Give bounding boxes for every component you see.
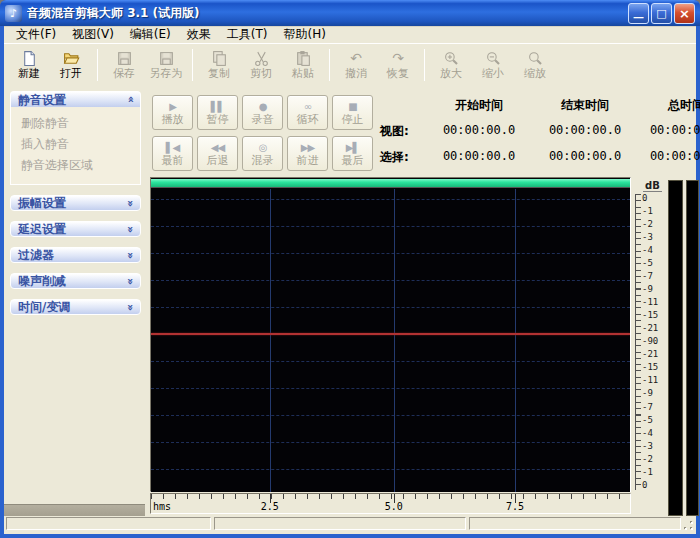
sidebar-item-1[interactable]: 插入静音	[21, 134, 140, 155]
zoom-icon	[527, 50, 544, 67]
minimize-button[interactable]: —	[628, 3, 649, 24]
sidebar-panel-header-3[interactable]: 过滤器»	[10, 247, 141, 263]
sidebar: 静音设置»删除静音插入静音静音选择区域振幅设置»延迟设置»过滤器»噪声削减»时间…	[6, 87, 145, 519]
sidebar-item-0[interactable]: 删除静音	[21, 113, 140, 134]
sidebar-panel-title: 时间/变调	[18, 299, 124, 315]
record-button[interactable]: ●录音	[242, 95, 283, 130]
toolbar-button-label: 新建	[18, 67, 40, 80]
db-label-12: -21	[642, 350, 666, 359]
chevron-down-icon[interactable]: »	[124, 301, 137, 314]
copy-button: 复制	[199, 46, 239, 84]
forward-button[interactable]: ▶▶前进	[287, 136, 328, 171]
zoom-out-icon	[485, 50, 502, 67]
pause-icon: ▌▌	[211, 100, 224, 113]
time-ruler[interactable]: hms 2.55.07.5	[150, 493, 631, 514]
chevron-down-icon[interactable]: »	[124, 249, 137, 262]
chevron-down-icon[interactable]: »	[124, 197, 137, 210]
db-label-6: -7	[642, 272, 666, 281]
mix-record-button[interactable]: ◎混录	[242, 136, 283, 171]
grid-line-horizontal	[151, 199, 630, 200]
db-label-22: 0	[642, 481, 666, 490]
level-meter-left	[668, 180, 683, 516]
sidebar-panel-1: 振幅设置»	[10, 195, 141, 211]
time-value: 00:00:00.0	[426, 149, 532, 166]
stop-button[interactable]: ■停止	[332, 95, 373, 130]
sidebar-item-2[interactable]: 静音选择区域	[21, 155, 140, 176]
sidebar-panel-header-2[interactable]: 延迟设置»	[10, 221, 141, 237]
grid-line-vertical	[515, 189, 516, 492]
pause-button[interactable]: ▌▌暂停	[197, 95, 238, 130]
window-body: 文件(F)视图(V)编辑(E)效果工具(T)帮助(H) 新建打开保存另存为复制剪…	[4, 26, 696, 534]
maximize-button[interactable]: □	[651, 3, 672, 24]
db-label-13: -15	[642, 363, 666, 372]
db-axis-ticks	[635, 194, 641, 490]
center-line	[151, 333, 630, 335]
rewind-button[interactable]: ◀◀后退	[197, 136, 238, 171]
sidebar-panel-header-5[interactable]: 时间/变调»	[10, 299, 141, 315]
grid-line-horizontal	[151, 469, 630, 470]
transport-button-label: 最前	[162, 154, 184, 167]
db-label-20: -2	[642, 455, 666, 464]
menu-item-0[interactable]: 文件(F)	[8, 25, 64, 44]
toolbar-button-label: 保存	[113, 67, 135, 80]
save-as-button: 另存为	[146, 46, 186, 84]
toolbar-separator	[97, 49, 98, 81]
db-label-18: -4	[642, 429, 666, 438]
paste-icon	[295, 50, 312, 67]
title-bar[interactable]: ♪ 音频混音剪辑大师 3.1 (试用版) — □ ×	[0, 0, 700, 26]
play-button[interactable]: ▶播放	[152, 95, 193, 130]
toolbar-button-label: 放大	[440, 67, 462, 80]
sidebar-panel-header-4[interactable]: 噪声削减»	[10, 273, 141, 289]
zoom-in-button: 放大	[431, 46, 471, 84]
chevron-down-icon[interactable]: »	[124, 275, 137, 288]
menu-item-1[interactable]: 视图(V)	[64, 25, 122, 44]
chevron-down-icon[interactable]: »	[124, 223, 137, 236]
transport-button-label: 播放	[162, 113, 184, 126]
menu-item-5[interactable]: 帮助(H)	[276, 25, 334, 44]
toolbar-button-label: 粘贴	[292, 67, 314, 80]
sidebar-panel-3: 过滤器»	[10, 247, 141, 263]
ruler-unit-label: hms	[153, 501, 171, 512]
open-folder-button[interactable]: 打开	[51, 46, 91, 84]
position-bar[interactable]	[151, 179, 630, 188]
close-button[interactable]: ×	[674, 3, 695, 24]
cut-button: 剪切	[241, 46, 281, 84]
redo-button: ↷恢复	[378, 46, 418, 84]
transport-row-0: ▶播放▌▌暂停●录音∞循环■停止	[152, 95, 373, 130]
mix-record-icon: ◎	[259, 141, 267, 154]
toolbar-separator	[329, 49, 330, 81]
sidebar-panel-header-0[interactable]: 静音设置»	[10, 91, 141, 107]
resize-grip[interactable]	[683, 520, 695, 532]
db-label-3: -3	[642, 233, 666, 242]
loop-button[interactable]: ∞循环	[287, 95, 328, 130]
rewind-icon: ◀◀	[211, 141, 224, 154]
ruler-label-2: 7.5	[506, 501, 524, 512]
open-folder-icon	[63, 50, 80, 67]
new-document-button[interactable]: 新建	[9, 46, 49, 84]
ruler-ticks	[151, 494, 630, 499]
db-label-4: -4	[642, 246, 666, 255]
zoom-out-button: 缩小	[473, 46, 513, 84]
ruler-label-0: 2.5	[261, 501, 279, 512]
skip-end-button[interactable]: ▶▌最后	[332, 136, 373, 171]
sidebar-panel-header-1[interactable]: 振幅设置»	[10, 195, 141, 211]
menu-item-3[interactable]: 效果	[179, 25, 219, 44]
waveform-canvas[interactable]	[151, 189, 630, 492]
db-label-5: -5	[642, 259, 666, 268]
menu-item-4[interactable]: 工具(T)	[219, 25, 276, 44]
skip-start-button[interactable]: ▌◀最前	[152, 136, 193, 171]
save-as-icon	[158, 50, 175, 67]
loop-icon: ∞	[304, 100, 311, 113]
sidebar-panel-body: 删除静音插入静音静音选择区域	[10, 107, 141, 185]
grid-line-horizontal	[151, 226, 630, 227]
sidebar-panel-5: 时间/变调»	[10, 299, 141, 315]
transport-controls: ▶播放▌▌暂停●录音∞循环■停止▌◀最前◀◀后退◎混录▶▶前进▶▌最后	[152, 95, 373, 177]
transport-button-label: 后退	[207, 154, 229, 167]
time-value: 00:00:00.0	[532, 123, 638, 140]
toolbar-button-label: 恢复	[387, 67, 409, 80]
sidebar-panel-title: 延迟设置	[18, 221, 124, 237]
menu-item-2[interactable]: 编辑(E)	[122, 25, 179, 44]
play-icon: ▶	[169, 100, 176, 113]
transport-row-1: ▌◀最前◀◀后退◎混录▶▶前进▶▌最后	[152, 136, 373, 171]
chevron-up-icon[interactable]: »	[124, 93, 137, 106]
